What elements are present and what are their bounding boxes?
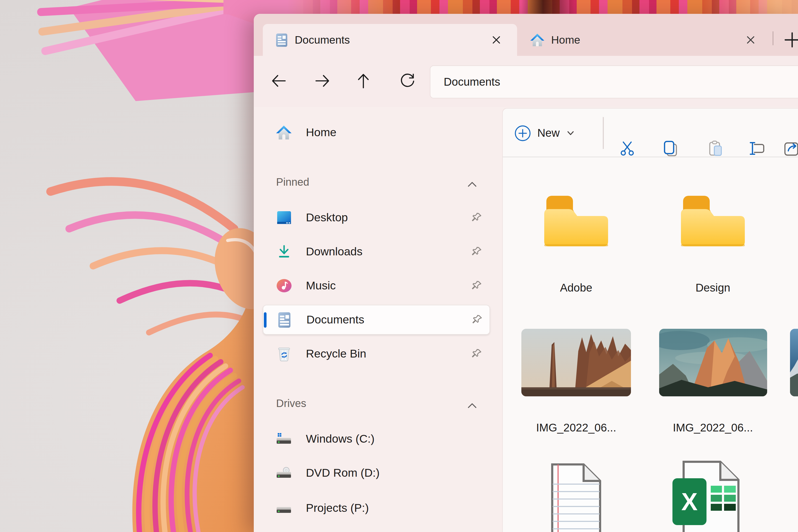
plus-circle-icon xyxy=(514,125,531,141)
image-thumbnail-mountain[interactable] xyxy=(659,329,767,396)
home-icon xyxy=(530,33,545,48)
paste-button[interactable] xyxy=(705,138,726,159)
sidebar-item-label: Music xyxy=(306,279,336,292)
file-explorer-window: Documents Home xyxy=(254,14,798,532)
new-button[interactable]: New xyxy=(514,122,574,144)
selection-accent-bar xyxy=(264,312,266,328)
section-header-pinned[interactable]: Pinned xyxy=(263,175,490,190)
cut-button[interactable] xyxy=(616,138,638,159)
sidebar-item-desktop[interactable]: Desktop xyxy=(263,203,490,232)
image-thumbnail-desert[interactable] xyxy=(521,329,631,396)
pin-icon[interactable] xyxy=(471,348,482,360)
copy-button[interactable] xyxy=(660,138,681,159)
tab-divider xyxy=(773,32,774,45)
folder-icon[interactable] xyxy=(541,193,611,249)
chevron-down-icon xyxy=(567,131,574,135)
sidebar-item-label: Downloads xyxy=(306,245,363,258)
excel-badge: X xyxy=(672,478,706,525)
sidebar-item-label: Desktop xyxy=(306,211,348,224)
arrow-left-icon xyxy=(271,73,287,88)
document-icon xyxy=(274,33,289,48)
file-list-panel: New xyxy=(502,108,798,532)
share-button[interactable] xyxy=(781,138,798,159)
sidebar-item-label: Documents xyxy=(306,313,364,326)
pin-icon[interactable] xyxy=(471,212,482,224)
forward-button[interactable] xyxy=(311,69,334,93)
recycle-bin-icon xyxy=(276,345,292,362)
paste-icon xyxy=(707,140,724,157)
refresh-icon xyxy=(400,73,416,89)
navigation-bar: Documents xyxy=(254,56,798,107)
wallpaper-top-strip xyxy=(224,0,798,14)
sidebar-item-home[interactable]: Home xyxy=(263,118,490,147)
close-tab-icon[interactable] xyxy=(744,33,758,47)
tab-label: Home xyxy=(551,34,580,46)
sidebar-item-recycle-bin[interactable]: Recycle Bin xyxy=(263,339,490,369)
sidebar-item-label: Projects (P:) xyxy=(306,501,369,515)
tab-documents[interactable]: Documents xyxy=(263,24,517,56)
plus-icon xyxy=(784,32,798,48)
drive-windows-icon xyxy=(276,431,292,447)
up-button[interactable] xyxy=(352,69,375,93)
excel-badge-letter: X xyxy=(681,487,698,516)
pin-icon[interactable] xyxy=(471,280,482,291)
image-name[interactable]: IMG_2022_06... xyxy=(523,421,629,434)
pin-icon[interactable] xyxy=(471,314,483,326)
folder-icon[interactable] xyxy=(678,193,748,249)
sidebar-item-label: DVD Rom (D:) xyxy=(306,466,380,480)
folder-name[interactable]: Design xyxy=(660,281,766,294)
image-thumbnail-partial[interactable] xyxy=(790,329,798,396)
sidebar-item-drive-p[interactable]: Projects (P:) xyxy=(263,493,490,523)
sidebar-item-label: Home xyxy=(306,126,337,139)
home-icon xyxy=(276,124,292,141)
drive-icon xyxy=(276,500,292,516)
chevron-up-icon[interactable] xyxy=(468,180,477,189)
screen: Documents Home xyxy=(0,0,798,532)
copy-icon xyxy=(662,140,679,157)
downloads-icon xyxy=(276,243,292,260)
new-button-label: New xyxy=(537,127,560,139)
close-tab-icon[interactable] xyxy=(490,33,503,47)
command-toolbar: New xyxy=(503,109,798,157)
sidebar-item-documents[interactable]: Documents xyxy=(263,305,490,335)
music-icon xyxy=(276,278,292,294)
section-title: Pinned xyxy=(276,176,309,188)
toolbar-divider xyxy=(603,117,604,149)
address-bar[interactable]: Documents xyxy=(430,65,798,98)
tab-label: Documents xyxy=(295,34,350,46)
back-button[interactable] xyxy=(267,69,290,93)
scissors-icon xyxy=(619,140,636,157)
folder-name[interactable]: Adobe xyxy=(523,281,629,294)
desktop-icon xyxy=(276,209,292,226)
pin-icon[interactable] xyxy=(471,246,482,258)
sidebar-item-music[interactable]: Music xyxy=(263,271,490,301)
refresh-button[interactable] xyxy=(396,69,419,93)
arrow-up-icon xyxy=(356,73,371,89)
arrow-right-icon xyxy=(315,73,330,88)
sidebar-item-label: Windows (C:) xyxy=(306,432,375,445)
drive-dvd-icon xyxy=(276,465,292,481)
sidebar-item-downloads[interactable]: Downloads xyxy=(263,237,490,267)
text-document-icon[interactable] xyxy=(551,463,602,532)
section-title: Drives xyxy=(276,397,306,410)
rename-icon xyxy=(748,140,765,157)
documents-icon xyxy=(276,311,292,328)
sidebar-item-drive-d[interactable]: DVD Rom (D:) xyxy=(263,458,490,488)
tab-home[interactable]: Home xyxy=(517,24,773,56)
tab-bar: Documents Home xyxy=(254,14,798,56)
chevron-up-icon[interactable] xyxy=(468,401,477,411)
image-name[interactable]: IMG_2022_06... xyxy=(660,421,766,434)
section-header-drives[interactable]: Drives xyxy=(263,397,490,412)
address-text: Documents xyxy=(431,76,500,88)
excel-table-cells xyxy=(711,486,736,512)
rename-button[interactable] xyxy=(746,138,768,159)
sidebar-item-drive-c[interactable]: Windows (C:) xyxy=(263,424,490,454)
sidebar-item-label: Recycle Bin xyxy=(306,347,366,360)
new-tab-button[interactable] xyxy=(780,28,798,52)
share-icon xyxy=(783,140,798,157)
